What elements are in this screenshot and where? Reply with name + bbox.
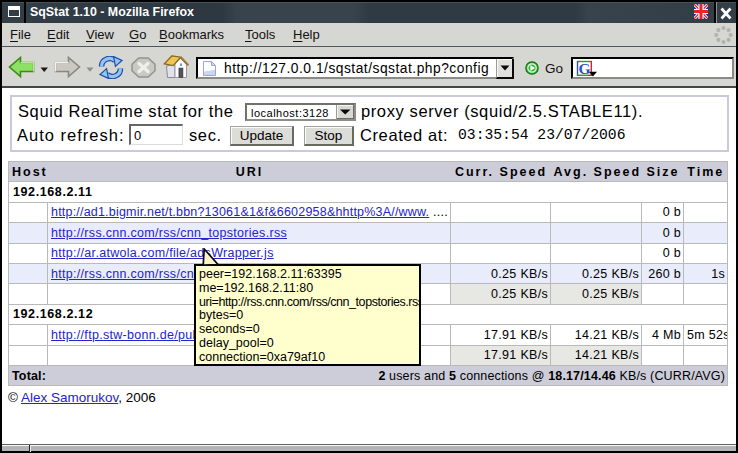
svg-text:G: G [579, 60, 591, 77]
